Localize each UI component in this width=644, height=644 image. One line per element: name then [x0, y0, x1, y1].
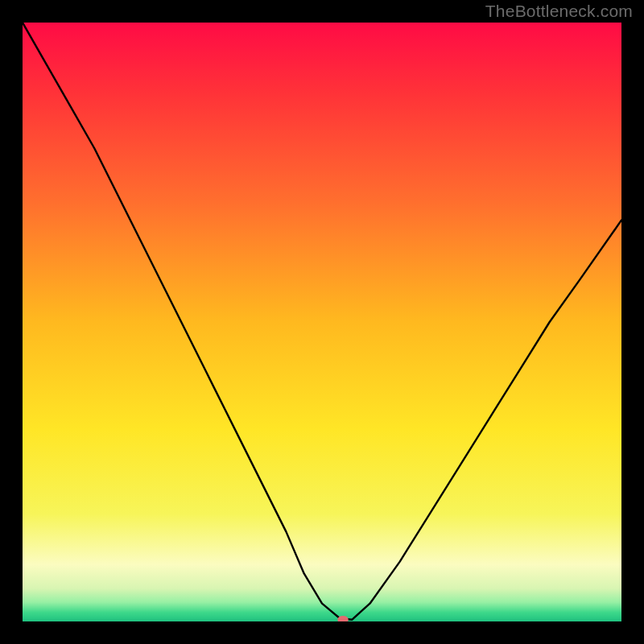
chart-background	[23, 23, 621, 621]
watermark-text: TheBottleneck.com	[485, 2, 633, 21]
chart-svg	[23, 23, 621, 621]
plot-area	[23, 23, 621, 621]
chart-frame: TheBottleneck.com	[0, 0, 644, 644]
